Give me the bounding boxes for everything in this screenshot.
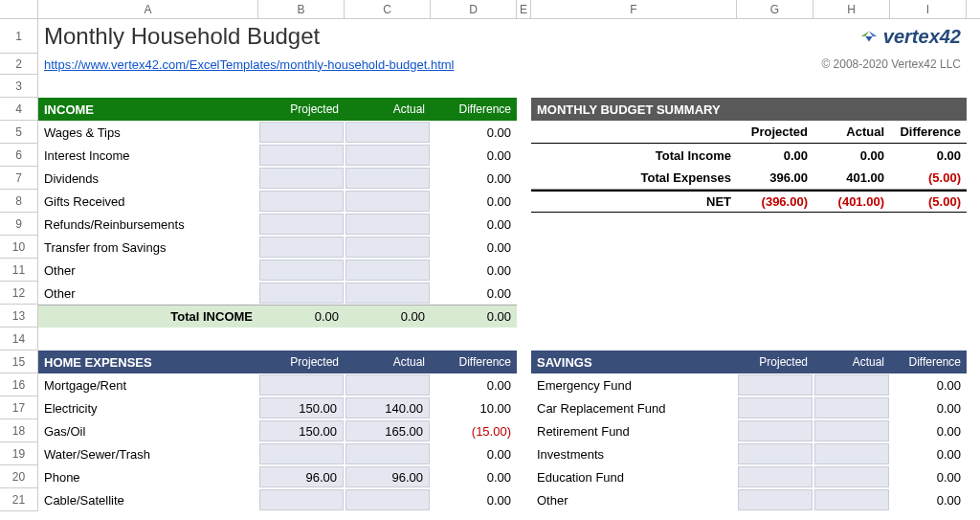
hx-item-label[interactable]: Water/Sewer/Trash xyxy=(38,442,258,465)
spreadsheet[interactable]: A B C D E F G H I 1 Monthly Household Bu… xyxy=(0,0,980,520)
sv-item-diff[interactable]: 0.00 xyxy=(890,465,967,488)
sv-item-label[interactable]: Other xyxy=(531,488,737,511)
hx-item-diff[interactable]: 0.00 xyxy=(431,488,517,511)
hx-item-actual[interactable] xyxy=(345,489,430,510)
hx-item-projected[interactable] xyxy=(259,443,344,464)
sv-item-label[interactable]: Investments xyxy=(531,442,737,465)
income-item-actual[interactable] xyxy=(345,214,430,235)
income-item-diff[interactable]: 0.00 xyxy=(431,213,517,236)
col-header-H[interactable]: H xyxy=(813,0,890,19)
hx-item-diff[interactable]: 10.00 xyxy=(431,396,517,419)
sv-item-projected[interactable] xyxy=(738,420,813,441)
blank-row[interactable] xyxy=(38,328,967,350)
sv-item-label[interactable]: Emergency Fund xyxy=(531,373,737,396)
summary-val[interactable]: (5.00) xyxy=(890,167,967,190)
col-header-F[interactable]: F xyxy=(531,0,737,19)
income-item-label[interactable]: Other xyxy=(38,282,258,305)
hx-item-projected[interactable] xyxy=(259,374,344,396)
sv-item-actual[interactable] xyxy=(814,489,889,510)
sv-item-projected[interactable] xyxy=(738,466,813,487)
gap-cell[interactable] xyxy=(517,442,531,465)
row-header-1[interactable]: 1 xyxy=(0,19,38,54)
summary-header[interactable]: MONTHLY BUDGET SUMMARY xyxy=(531,98,967,121)
sv-item-diff[interactable]: 0.00 xyxy=(890,419,967,442)
sv-item-actual[interactable] xyxy=(814,397,889,418)
income-total-actual[interactable]: 0.00 xyxy=(345,305,431,328)
col-header-I[interactable]: I xyxy=(890,0,967,19)
summary-row-label[interactable]: Total Expenses xyxy=(531,167,737,190)
hx-item-label[interactable]: Electricity xyxy=(38,396,258,419)
row-header-2[interactable]: 2 xyxy=(0,54,38,75)
sv-item-actual[interactable] xyxy=(814,466,889,487)
hx-item-diff[interactable]: 0.00 xyxy=(431,465,517,488)
hx-item-label[interactable]: Phone xyxy=(38,465,258,488)
summary-val[interactable]: 0.00 xyxy=(890,144,967,167)
row-header-11[interactable]: 11 xyxy=(0,259,38,282)
sv-item-diff[interactable]: 0.00 xyxy=(890,396,967,419)
blank-row[interactable] xyxy=(38,75,967,98)
summary-net-val[interactable]: (396.00) xyxy=(737,190,813,213)
col-header-A[interactable]: A xyxy=(38,0,258,19)
sv-item-diff[interactable]: 0.00 xyxy=(890,373,967,396)
income-item-projected[interactable] xyxy=(259,283,344,304)
income-item-diff[interactable]: 0.00 xyxy=(431,121,517,144)
gap-cell[interactable] xyxy=(517,488,531,511)
row-header-5[interactable]: 5 xyxy=(0,121,38,144)
hx-item-actual[interactable] xyxy=(345,374,430,396)
template-link-cell[interactable]: https://www.vertex42.com/ExcelTemplates/… xyxy=(38,54,517,75)
sv-item-label[interactable]: Car Replacement Fund xyxy=(531,396,737,419)
income-item-projected[interactable] xyxy=(259,168,344,189)
summary-val[interactable]: 396.00 xyxy=(737,167,813,190)
income-item-diff[interactable]: 0.00 xyxy=(431,167,517,190)
summary-val[interactable]: 0.00 xyxy=(737,144,813,167)
blank-cell[interactable] xyxy=(517,213,967,236)
summary-net-label[interactable]: NET xyxy=(531,190,737,213)
income-item-projected[interactable] xyxy=(259,191,344,212)
home-expenses-header[interactable]: HOME EXPENSES xyxy=(38,350,258,373)
income-item-label[interactable]: Gifts Received xyxy=(38,190,258,213)
gap-cell[interactable] xyxy=(517,144,531,167)
row-header-6[interactable]: 6 xyxy=(0,144,38,167)
income-item-projected[interactable] xyxy=(259,145,344,166)
income-item-diff[interactable]: 0.00 xyxy=(431,259,517,282)
sv-item-actual[interactable] xyxy=(814,443,889,464)
income-item-diff[interactable]: 0.00 xyxy=(431,236,517,259)
blank-cell[interactable] xyxy=(531,19,813,54)
row-header-8[interactable]: 8 xyxy=(0,190,38,213)
savings-header[interactable]: SAVINGS xyxy=(531,350,737,373)
income-item-actual[interactable] xyxy=(345,283,430,304)
income-item-diff[interactable]: 0.00 xyxy=(431,282,517,305)
gap-cell[interactable] xyxy=(517,465,531,488)
sv-item-diff[interactable]: 0.00 xyxy=(890,442,967,465)
sv-item-label[interactable]: Education Fund xyxy=(531,465,737,488)
row-header-16[interactable]: 16 xyxy=(0,373,38,396)
col-header-E[interactable]: E xyxy=(517,0,531,19)
income-header[interactable]: INCOME xyxy=(38,98,258,121)
sv-item-actual[interactable] xyxy=(814,420,889,441)
blank-cell[interactable] xyxy=(517,236,967,259)
summary-net-val[interactable]: (401.00) xyxy=(813,190,890,213)
income-item-label[interactable]: Refunds/Reinbursements xyxy=(38,213,258,236)
blank-cell[interactable] xyxy=(517,259,967,282)
income-item-projected[interactable] xyxy=(259,237,344,258)
template-link[interactable]: https://www.vertex42.com/ExcelTemplates/… xyxy=(44,57,454,72)
row-header-18[interactable]: 18 xyxy=(0,419,38,442)
row-header-9[interactable]: 9 xyxy=(0,213,38,236)
hx-item-projected[interactable]: 150.00 xyxy=(259,420,344,441)
row-header-10[interactable]: 10 xyxy=(0,236,38,259)
hx-item-projected[interactable] xyxy=(259,489,344,510)
income-item-actual[interactable] xyxy=(345,168,430,189)
income-item-label[interactable]: Other xyxy=(38,259,258,282)
row-header-13[interactable]: 13 xyxy=(0,305,38,328)
summary-val[interactable]: 401.00 xyxy=(813,167,890,190)
hx-item-projected[interactable]: 96.00 xyxy=(259,466,344,487)
income-item-projected[interactable] xyxy=(259,214,344,235)
row-header-3[interactable]: 3 xyxy=(0,75,38,98)
gap-cell[interactable] xyxy=(517,373,531,396)
gap-cell[interactable] xyxy=(517,419,531,442)
row-header-15[interactable]: 15 xyxy=(0,350,38,373)
row-header-19[interactable]: 19 xyxy=(0,442,38,465)
blank-cell[interactable] xyxy=(517,54,531,75)
row-header-7[interactable]: 7 xyxy=(0,167,38,190)
income-item-label[interactable]: Wages & Tips xyxy=(38,121,258,144)
